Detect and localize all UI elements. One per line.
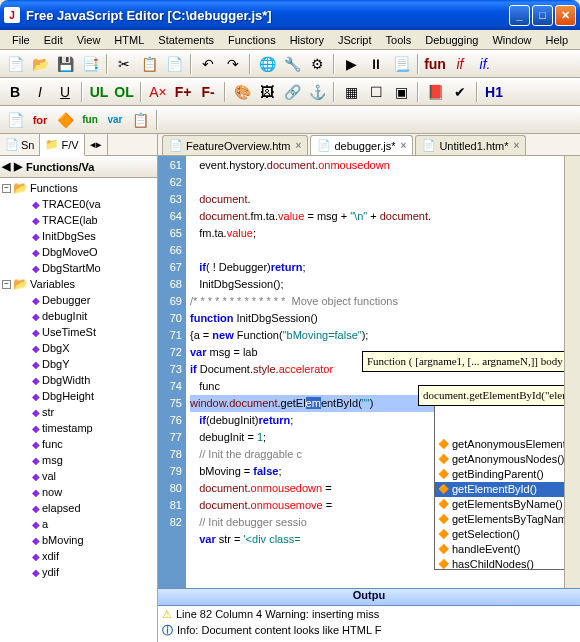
h1-button[interactable]: H1 <box>483 81 505 103</box>
fplus-button[interactable]: F+ <box>172 81 194 103</box>
tree-item[interactable]: msg <box>42 454 63 466</box>
menu-debugging[interactable]: Debugging <box>419 32 484 48</box>
sidebar-next-icon[interactable]: ▶ <box>14 160 22 173</box>
autocomplete-item[interactable]: 🔶getAnonymousElementByAt <box>435 437 564 452</box>
btn-c[interactable]: 🔶 <box>54 109 76 131</box>
menu-html[interactable]: HTML <box>108 32 150 48</box>
open-icon[interactable]: 📂 <box>29 53 51 75</box>
tree-item[interactable]: str <box>42 406 54 418</box>
sidebar-tab-more[interactable]: ◂▸ <box>85 134 108 155</box>
tree-item[interactable]: InitDbgSes <box>42 230 96 242</box>
tree-item[interactable]: timestamp <box>42 422 93 434</box>
if-label[interactable]: if <box>449 53 471 75</box>
editor-scrollbar[interactable] <box>564 156 580 588</box>
menu-help[interactable]: Help <box>540 32 575 48</box>
if2-label[interactable]: if. <box>474 53 496 75</box>
tree-item[interactable]: DbgY <box>42 358 70 370</box>
new-icon[interactable]: 📄 <box>4 53 26 75</box>
tree-item[interactable]: DbgStartMo <box>42 262 101 274</box>
tree-item[interactable]: debugInit <box>42 310 87 322</box>
autocomplete-popup[interactable]: 🔶getAnonymousElementByAt🔶getAnonymousNod… <box>434 402 564 570</box>
file-tab[interactable]: 📄FeatureOverview.htm× <box>162 135 308 155</box>
anchor-icon[interactable]: ⚓ <box>306 81 328 103</box>
globe-icon[interactable]: 🌐 <box>256 53 278 75</box>
form-icon[interactable]: ☐ <box>365 81 387 103</box>
autocomplete-item[interactable]: 🔶getBindingParent() <box>435 467 564 482</box>
doc-icon[interactable]: 📃 <box>390 53 412 75</box>
ul-button[interactable]: UL <box>88 81 110 103</box>
tree-item[interactable]: TRACE(lab <box>42 214 98 226</box>
check-icon[interactable]: ✔ <box>449 81 471 103</box>
bold-button[interactable]: B <box>4 81 26 103</box>
menu-history[interactable]: History <box>284 32 330 48</box>
sidebar-tab-fv[interactable]: 📁F/V <box>40 134 84 156</box>
var-btn[interactable]: var <box>104 109 126 131</box>
ol-button[interactable]: OL <box>113 81 135 103</box>
tab-close-icon[interactable]: × <box>401 140 407 151</box>
tree-item[interactable]: TRACE0(va <box>42 198 101 210</box>
tree-item[interactable]: now <box>42 486 62 498</box>
book-icon[interactable]: 📕 <box>424 81 446 103</box>
redo-icon[interactable]: ↷ <box>222 53 244 75</box>
paste-icon[interactable]: 📄 <box>163 53 185 75</box>
collapse-icon[interactable]: − <box>2 280 11 289</box>
cut-icon[interactable]: ✂ <box>113 53 135 75</box>
menu-tools[interactable]: Tools <box>380 32 418 48</box>
sidebar-prev-icon[interactable]: ◀ <box>2 160 10 173</box>
file-tab[interactable]: 📄Untitled1.htm*× <box>415 135 526 155</box>
autocomplete-item[interactable]: 🔶getElementById() <box>435 482 564 497</box>
tree[interactable]: −📂Functions ◆TRACE0(va ◆TRACE(lab ◆InitD… <box>0 178 157 642</box>
autocomplete-item[interactable]: 🔶getElementsByName() <box>435 497 564 512</box>
tree-item[interactable]: DbgHeight <box>42 390 94 402</box>
frame-icon[interactable]: ▣ <box>390 81 412 103</box>
tree-functions[interactable]: Functions <box>30 182 78 194</box>
menu-jscript[interactable]: JScript <box>332 32 378 48</box>
tree-item[interactable]: UseTimeSt <box>42 326 96 338</box>
close-button[interactable]: ✕ <box>555 5 576 26</box>
tree-item[interactable]: DbgWidth <box>42 374 90 386</box>
tree-item[interactable]: xdif <box>42 550 59 562</box>
autocomplete-item[interactable]: 🔶getAnonymousNodes() <box>435 452 564 467</box>
underline-button[interactable]: U <box>54 81 76 103</box>
stop-icon[interactable]: ⏸ <box>365 53 387 75</box>
btn-a[interactable]: 📄 <box>4 109 26 131</box>
tree-item[interactable]: func <box>42 438 63 450</box>
link-icon[interactable]: 🔗 <box>281 81 303 103</box>
menu-statements[interactable]: Statements <box>152 32 220 48</box>
autocomplete-item[interactable]: 🔶getElementsByTagName() <box>435 512 564 527</box>
tree-item[interactable]: val <box>42 470 56 482</box>
tree-item[interactable]: a <box>42 518 48 530</box>
italic-button[interactable]: I <box>29 81 51 103</box>
image-icon[interactable]: 🖼 <box>256 81 278 103</box>
menu-view[interactable]: View <box>71 32 107 48</box>
save-icon[interactable]: 💾 <box>54 53 76 75</box>
collapse-icon[interactable]: − <box>2 184 11 193</box>
output-line[interactable]: ✔Summary: 3 warnings, 0 errors were foun… <box>158 638 580 642</box>
menu-edit[interactable]: Edit <box>38 32 69 48</box>
tree-item[interactable]: DbgX <box>42 342 70 354</box>
output-header[interactable]: Outpu <box>158 588 580 606</box>
for-btn[interactable]: for <box>29 109 51 131</box>
fun-label[interactable]: fun <box>424 53 446 75</box>
btn-f[interactable]: 📋 <box>129 109 151 131</box>
run-icon[interactable]: ▶ <box>340 53 362 75</box>
menu-file[interactable]: File <box>6 32 36 48</box>
file-tab-active[interactable]: 📄debugger.js*× <box>310 135 413 155</box>
tab-close-icon[interactable]: × <box>514 140 520 151</box>
copy-icon[interactable]: 📋 <box>138 53 160 75</box>
undo-icon[interactable]: ↶ <box>197 53 219 75</box>
autocomplete-item[interactable]: 🔶handleEvent() <box>435 542 564 557</box>
autocomplete-item[interactable]: 🔶hasChildNodes() <box>435 557 564 570</box>
output-line[interactable]: ⚠Line 82 Column 4 Warning: inserting mis… <box>158 606 580 622</box>
tree-item[interactable]: bMoving <box>42 534 84 546</box>
code-area[interactable]: 6162636465666768697071727374757677787980… <box>158 156 580 588</box>
tree-item[interactable]: elapsed <box>42 502 81 514</box>
tree-item[interactable]: Debugger <box>42 294 90 306</box>
output-line[interactable]: ⓘInfo: Document content looks like HTML … <box>158 622 580 638</box>
ax-button[interactable]: A× <box>147 81 169 103</box>
table-icon[interactable]: ▦ <box>340 81 362 103</box>
tree-item[interactable]: DbgMoveO <box>42 246 98 258</box>
tree-item[interactable]: ydif <box>42 566 59 578</box>
maximize-button[interactable]: □ <box>532 5 553 26</box>
code-text[interactable]: event.hystory.document.onmousedown docum… <box>186 156 564 588</box>
